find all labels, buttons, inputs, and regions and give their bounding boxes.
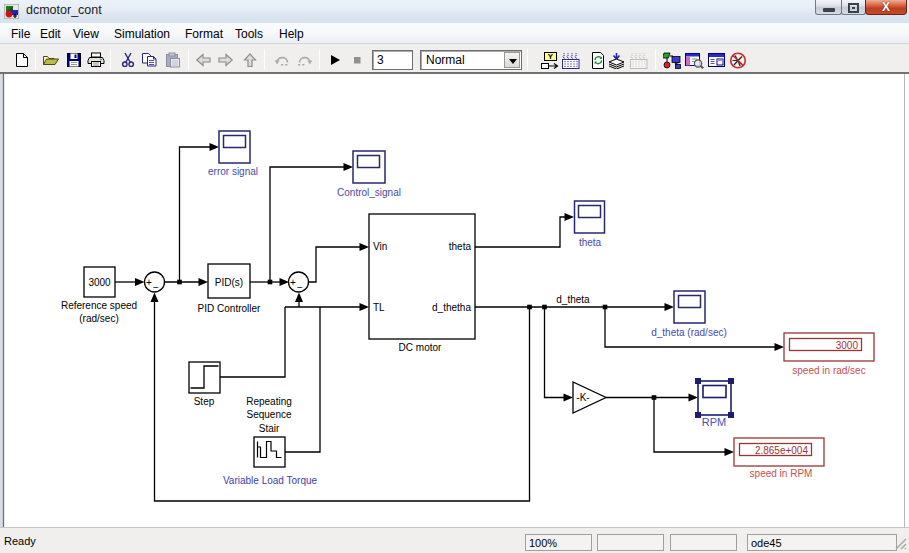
- svg-text:DC motor: DC motor: [399, 342, 442, 353]
- svg-text:−: −: [153, 282, 159, 293]
- svg-text:Sequence: Sequence: [246, 409, 291, 420]
- svg-text:Repeating: Repeating: [246, 396, 292, 407]
- svg-text:-K-: -K-: [576, 392, 589, 403]
- svg-text:Reference speed: Reference speed: [61, 300, 137, 311]
- svg-text:error signal: error signal: [208, 166, 258, 177]
- svg-text:PID(s): PID(s): [215, 277, 243, 288]
- svg-text:speed in rad/sec: speed in rad/sec: [792, 365, 865, 376]
- svg-text:Variable Load Torque: Variable Load Torque: [223, 475, 318, 486]
- svg-text:2.865e+004: 2.865e+004: [755, 445, 809, 456]
- svg-text:+: +: [146, 277, 152, 288]
- svg-text:TL: TL: [373, 302, 385, 313]
- svg-text:−: −: [297, 282, 303, 293]
- svg-text:d_thetha: d_thetha: [432, 302, 471, 313]
- svg-text:theta: theta: [579, 237, 602, 248]
- svg-text:3000: 3000: [88, 277, 111, 288]
- svg-text:Step: Step: [194, 396, 215, 407]
- svg-text:RPM: RPM: [702, 416, 726, 428]
- svg-text:+: +: [290, 277, 296, 288]
- svg-text:d_theta: d_theta: [556, 294, 590, 305]
- svg-text:3000: 3000: [836, 340, 859, 351]
- svg-text:d_theta (rad/sec): d_theta (rad/sec): [651, 327, 727, 338]
- svg-text:Y: Y: [548, 52, 554, 61]
- svg-text:Control_signal: Control_signal: [337, 187, 401, 198]
- svg-text:Vin: Vin: [373, 241, 387, 252]
- svg-text:(rad/sec): (rad/sec): [79, 313, 118, 324]
- svg-text:theta: theta: [449, 241, 472, 252]
- svg-text:speed in RPM: speed in RPM: [750, 468, 813, 479]
- svg-text:PID Controller: PID Controller: [198, 303, 261, 314]
- svg-text:Stair: Stair: [259, 423, 280, 434]
